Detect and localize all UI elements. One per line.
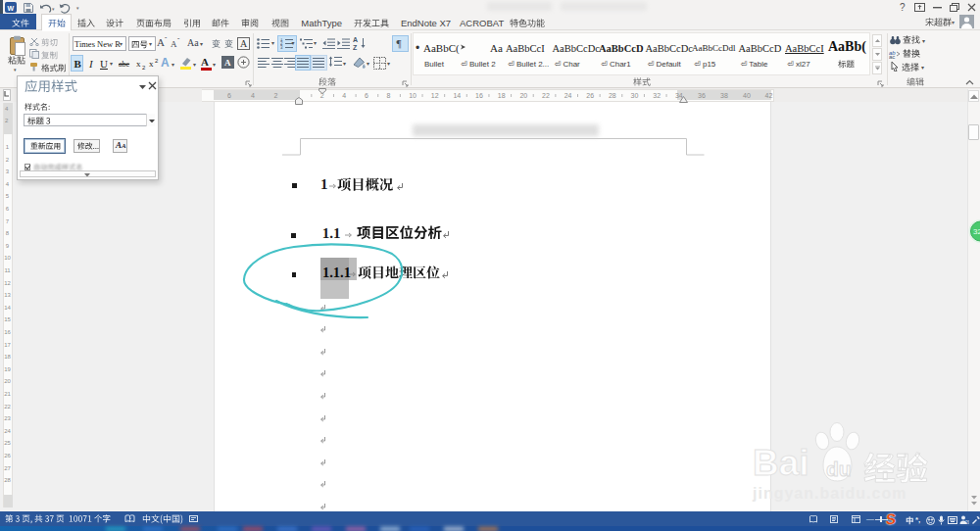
svg-text:11: 11: [4, 267, 11, 273]
svg-text:26: 26: [4, 453, 11, 459]
svg-text:6: 6: [6, 206, 10, 212]
svg-text:20: 20: [4, 378, 11, 384]
svg-text:20: 20: [965, 519, 969, 524]
svg-text:3: 3: [280, 45, 283, 50]
svg-text:8: 8: [6, 230, 10, 236]
svg-text:19: 19: [4, 366, 11, 372]
svg-text:32: 32: [973, 227, 980, 236]
svg-text:12: 12: [4, 280, 11, 286]
svg-text:10: 10: [4, 255, 11, 261]
svg-text:16: 16: [4, 329, 11, 335]
svg-text:A: A: [353, 36, 358, 43]
svg-text:14: 14: [4, 305, 11, 311]
svg-text:2: 2: [6, 157, 10, 163]
svg-text:21: 21: [4, 391, 11, 397]
svg-text:18: 18: [4, 354, 11, 360]
svg-text:13: 13: [4, 292, 11, 298]
svg-text:28: 28: [4, 477, 11, 483]
svg-text:9: 9: [6, 243, 10, 249]
svg-text:24: 24: [4, 428, 11, 434]
svg-text:A: A: [240, 38, 248, 49]
svg-text:17: 17: [4, 342, 11, 348]
svg-text:ac: ac: [889, 54, 895, 59]
svg-text:1: 1: [6, 144, 10, 150]
svg-text:4: 4: [6, 181, 10, 187]
svg-text:15: 15: [4, 316, 11, 322]
svg-text:23: 23: [4, 415, 11, 421]
svg-text:3: 3: [6, 169, 10, 174]
svg-text:7: 7: [6, 218, 10, 224]
svg-text:25: 25: [4, 440, 11, 446]
svg-text:22: 22: [4, 404, 11, 410]
svg-text:Z: Z: [353, 44, 358, 51]
svg-text:27: 27: [4, 465, 11, 471]
svg-text:du: du: [826, 458, 852, 480]
svg-text:5: 5: [6, 193, 10, 199]
